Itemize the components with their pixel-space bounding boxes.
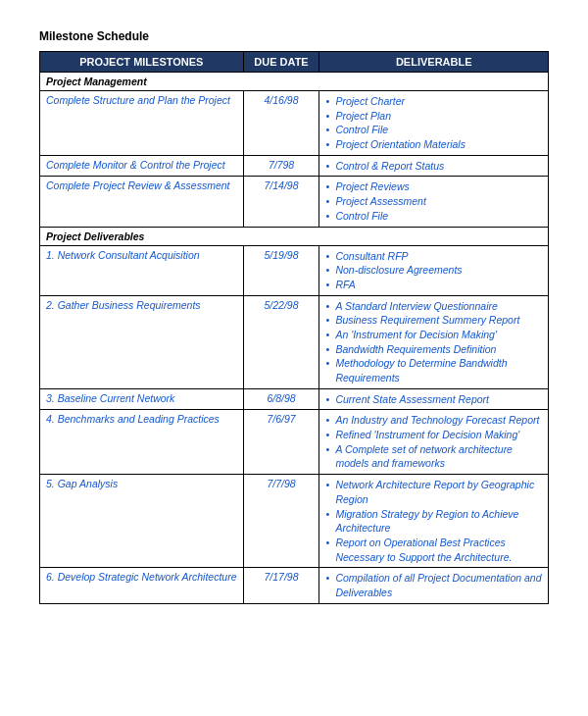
list-item: Project Charter xyxy=(325,94,542,109)
deliverable-cell: Current State Assessment Report xyxy=(319,388,549,410)
date-cell: 7/798 xyxy=(243,155,319,177)
deliverable-list: Control & Report Status xyxy=(325,159,542,174)
list-item: RFA xyxy=(325,278,542,292)
section-header-row: Project Deliverables xyxy=(40,227,549,245)
list-item: Project Orientation Materials xyxy=(325,137,542,152)
table-row: 6. Develop Strategic Network Architectur… xyxy=(40,568,549,603)
list-item: Business Requirement Summery Report xyxy=(325,313,542,328)
deliverable-list: Project ReviewsProject AssessmentControl… xyxy=(325,179,542,223)
table-row: Complete Monitor & Control the Project7/… xyxy=(40,155,549,177)
list-item: Bandwidth Requirements Definition xyxy=(325,342,542,357)
header-milestone: PROJECT MILESTONES xyxy=(40,52,244,73)
section-header-label: Project Deliverables xyxy=(40,227,549,245)
milestone-cell: Complete Monitor & Control the Project xyxy=(40,155,244,177)
milestone-cell: 4. Benchmarks and Leading Practices xyxy=(40,410,244,475)
deliverable-list: An Industry and Technology Forecast Repo… xyxy=(325,413,542,471)
deliverable-list: Network Architecture Report by Geographi… xyxy=(325,478,542,564)
deliverable-cell: Project ReviewsProject AssessmentControl… xyxy=(319,177,549,227)
list-item: An 'Instrument for Decision Making' xyxy=(325,328,542,342)
date-cell: 7/6/97 xyxy=(243,410,319,475)
list-item: Migration Strategy by Region to Achieve … xyxy=(325,507,542,536)
milestone-cell: 5. Gap Analysis xyxy=(40,475,244,568)
list-item: Report on Operational Best Practices Nec… xyxy=(325,536,542,564)
date-cell: 7/14/98 xyxy=(243,177,319,227)
deliverable-cell: Control & Report Status xyxy=(319,155,549,177)
list-item: A Complete set of network architecture m… xyxy=(325,442,542,471)
list-item: Control File xyxy=(325,209,542,224)
deliverable-cell: A Standard Interview QuestionnaireBusine… xyxy=(319,295,549,388)
list-item: Network Architecture Report by Geographi… xyxy=(325,478,542,506)
deliverable-cell: Project CharterProject PlanControl FileP… xyxy=(319,91,549,156)
table-row: Complete Structure and Plan the Project4… xyxy=(40,91,549,156)
date-cell: 6/8/98 xyxy=(243,388,319,410)
date-cell: 4/16/98 xyxy=(243,91,319,156)
date-cell: 7/17/98 xyxy=(243,568,319,603)
list-item: Project Plan xyxy=(325,109,542,124)
date-cell: 7/7/98 xyxy=(243,475,319,568)
milestone-table: PROJECT MILESTONES DUE DATE DELIVERABLE … xyxy=(39,51,549,604)
header-date: DUE DATE xyxy=(243,52,319,73)
deliverable-list: A Standard Interview QuestionnaireBusine… xyxy=(325,299,542,385)
date-cell: 5/19/98 xyxy=(243,245,319,295)
table-row: 4. Benchmarks and Leading Practices7/6/9… xyxy=(40,410,549,475)
milestone-cell: 2. Gather Business Requirements xyxy=(40,295,244,388)
deliverable-cell: Network Architecture Report by Geographi… xyxy=(319,475,549,568)
list-item: Project Assessment xyxy=(325,194,542,209)
table-row: 1. Network Consultant Acquisition5/19/98… xyxy=(40,245,549,295)
milestone-cell: 1. Network Consultant Acquisition xyxy=(40,245,244,295)
list-item: A Standard Interview Questionnaire xyxy=(325,299,542,314)
list-item: Compilation of all Project Documentation… xyxy=(325,571,542,599)
list-item: Consultant RFP xyxy=(325,249,542,264)
list-item: Project Reviews xyxy=(325,179,542,194)
deliverable-list: Consultant RFPNon-disclosure AgreementsR… xyxy=(325,249,542,292)
deliverable-list: Project CharterProject PlanControl FileP… xyxy=(325,94,542,152)
milestone-cell: Complete Structure and Plan the Project xyxy=(40,91,244,156)
list-item: An Industry and Technology Forecast Repo… xyxy=(325,413,542,428)
list-item: Control File xyxy=(325,123,542,137)
list-item: Refined 'Instrument for Decision Making' xyxy=(325,428,542,442)
deliverable-list: Current State Assessment Report xyxy=(325,392,542,407)
header-deliverable: DELIVERABLE xyxy=(319,52,549,73)
list-item: Control & Report Status xyxy=(325,159,542,174)
deliverable-cell: An Industry and Technology Forecast Repo… xyxy=(319,410,549,475)
table-row: 3. Baseline Current Network6/8/98Current… xyxy=(40,388,549,410)
date-cell: 5/22/98 xyxy=(243,295,319,388)
list-item: Current State Assessment Report xyxy=(325,392,542,407)
milestone-cell: 6. Develop Strategic Network Architectur… xyxy=(40,568,244,603)
milestone-cell: 3. Baseline Current Network xyxy=(40,388,244,410)
table-row: Complete Project Review & Assessment7/14… xyxy=(40,177,549,227)
list-item: Non-disclosure Agreements xyxy=(325,263,542,278)
section-header-label: Project Management xyxy=(40,73,549,91)
table-row: 2. Gather Business Requirements5/22/98A … xyxy=(40,295,549,388)
list-item: Methodology to Determine Bandwidth Requi… xyxy=(325,356,542,384)
section-header-row: Project Management xyxy=(40,73,549,91)
milestone-cell: Complete Project Review & Assessment xyxy=(40,177,244,227)
page-title: Milestone Schedule xyxy=(39,29,549,43)
deliverable-list: Compilation of all Project Documentation… xyxy=(325,571,542,599)
deliverable-cell: Consultant RFPNon-disclosure AgreementsR… xyxy=(319,245,549,295)
deliverable-cell: Compilation of all Project Documentation… xyxy=(319,568,549,603)
table-row: 5. Gap Analysis7/7/98Network Architectur… xyxy=(40,475,549,568)
table-header-row: PROJECT MILESTONES DUE DATE DELIVERABLE xyxy=(40,52,549,73)
